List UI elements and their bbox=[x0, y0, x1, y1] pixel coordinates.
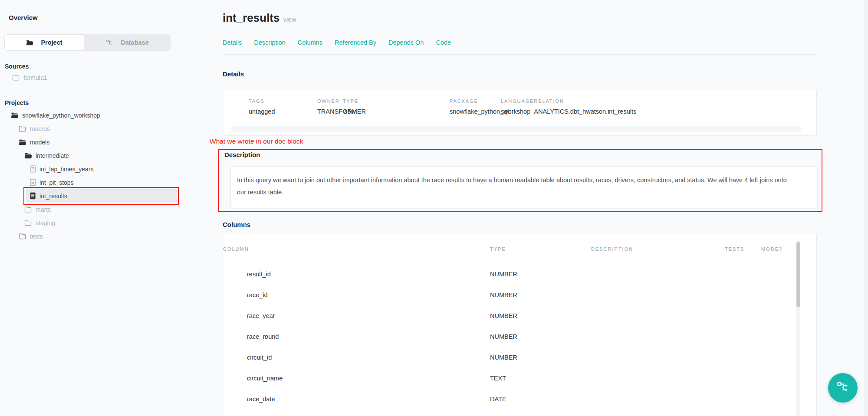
column-type-cell: NUMBER bbox=[490, 264, 591, 285]
column-name-cell: race_id bbox=[223, 285, 490, 305]
column-type-cell: DATE bbox=[490, 389, 591, 409]
column-more-cell bbox=[761, 285, 816, 305]
column-more-cell bbox=[761, 409, 816, 416]
tab-bar: Details Description Columns Referenced B… bbox=[223, 39, 451, 46]
sources-list: formula1 bbox=[4, 72, 176, 83]
column-row[interactable]: race_time TIME bbox=[223, 409, 816, 416]
tab[interactable]: Columns bbox=[298, 39, 322, 46]
folder-icon bbox=[24, 152, 32, 159]
detail-field-label: PACKAGE bbox=[450, 98, 501, 104]
tab[interactable]: Details bbox=[223, 39, 242, 46]
folder-icon bbox=[24, 206, 32, 213]
page-title: int_resultsview bbox=[223, 11, 296, 25]
database-toggle-button[interactable]: Database bbox=[84, 34, 171, 51]
tree-item-snowflake_python_workshop[interactable]: snowflake_python_workshop bbox=[4, 108, 177, 122]
column-row[interactable]: race_round NUMBER bbox=[223, 326, 816, 347]
column-tests-cell bbox=[725, 305, 761, 326]
tree-item-int_pit_stops[interactable]: int_pit_stops bbox=[4, 176, 177, 189]
tree-item-label: snowflake_python_workshop bbox=[22, 112, 100, 119]
column-header: COLUMN bbox=[223, 233, 490, 264]
source-item-label: formula1 bbox=[23, 74, 47, 81]
annotation-text: What we wrote in our doc block bbox=[210, 138, 303, 145]
tab[interactable]: Description bbox=[254, 39, 286, 46]
column-description-cell bbox=[591, 285, 725, 305]
detail-field-label: LANGUAGE bbox=[501, 98, 534, 104]
overview-heading: Overview bbox=[9, 14, 38, 21]
detail-field-value: ANALYTICS.dbt_hwatson.int_results bbox=[534, 108, 636, 115]
detail-field-label: TAGS bbox=[249, 98, 317, 104]
database-toggle-label: Database bbox=[121, 39, 148, 46]
tree-item-intermediate[interactable]: intermediate bbox=[4, 149, 177, 162]
tree-item-models[interactable]: models bbox=[4, 135, 177, 149]
column-row[interactable]: circuit_name TEXT bbox=[223, 368, 816, 389]
page-scrollbar[interactable] bbox=[865, 0, 868, 416]
project-toggle-label: Project bbox=[41, 39, 62, 46]
columns-heading: Columns bbox=[223, 221, 250, 228]
tree-item-int_lap_times_years[interactable]: int_lap_times_years bbox=[4, 162, 177, 176]
column-row[interactable]: result_id NUMBER bbox=[223, 264, 816, 285]
column-description-cell bbox=[591, 347, 725, 368]
tree-item-label: int_results bbox=[39, 193, 67, 200]
column-row[interactable]: race_id NUMBER bbox=[223, 285, 816, 305]
tree-item-label: models bbox=[30, 139, 49, 146]
file-icon bbox=[30, 179, 36, 186]
columns-table: COLUMNTYPEDESCRIPTIONTESTSMORE? result_i… bbox=[223, 233, 816, 416]
tree-item-label: marts bbox=[36, 206, 51, 213]
column-header: DESCRIPTION bbox=[591, 233, 725, 264]
column-header: TESTS bbox=[725, 233, 761, 264]
column-description-cell bbox=[591, 305, 725, 326]
detail-field: RELATION ANALYTICS.dbt_hwatson.int_resul… bbox=[534, 98, 636, 115]
column-name-cell: race_year bbox=[223, 305, 490, 326]
file-icon bbox=[30, 165, 36, 173]
tree-item-staging[interactable]: staging bbox=[4, 216, 177, 229]
column-name-cell: race_date bbox=[223, 389, 490, 409]
column-description-cell bbox=[591, 326, 725, 347]
column-description-cell bbox=[591, 389, 725, 409]
columns-scrollbar-thumb[interactable] bbox=[796, 242, 800, 307]
column-more-cell bbox=[761, 368, 816, 389]
detail-field: TYPE view bbox=[343, 98, 450, 115]
column-type-cell: NUMBER bbox=[490, 305, 591, 326]
column-row[interactable]: race_year NUMBER bbox=[223, 305, 816, 326]
lineage-graph-button[interactable] bbox=[828, 373, 858, 403]
column-row[interactable]: race_date DATE bbox=[223, 389, 816, 409]
detail-field-value: untagged bbox=[249, 108, 317, 115]
project-toggle-button[interactable]: Project bbox=[4, 34, 84, 51]
sidebar: Overview Project Database Sources bbox=[0, 0, 191, 416]
column-type-cell: NUMBER bbox=[490, 326, 591, 347]
column-tests-cell bbox=[725, 389, 761, 409]
column-description-cell bbox=[591, 264, 725, 285]
column-more-cell bbox=[761, 389, 816, 409]
projects-heading: Projects bbox=[5, 99, 29, 106]
column-tests-cell bbox=[725, 326, 761, 347]
detail-field: TAGS untagged bbox=[249, 98, 317, 115]
column-tests-cell bbox=[725, 368, 761, 389]
tab[interactable]: Depends On bbox=[388, 39, 424, 46]
tree-item-int_results[interactable]: int_results bbox=[26, 189, 177, 203]
tree-item-label: tests bbox=[30, 233, 43, 240]
folder-icon bbox=[24, 219, 32, 226]
column-tests-cell bbox=[725, 264, 761, 285]
description-card: In this query we want to join out other … bbox=[230, 166, 818, 208]
folder-icon bbox=[12, 74, 20, 81]
column-type-cell: NUMBER bbox=[490, 347, 591, 368]
tab-divider bbox=[223, 54, 817, 55]
model-type-badge: view bbox=[283, 16, 296, 23]
tab[interactable]: Referenced By bbox=[335, 39, 376, 46]
columns-scrollbar[interactable] bbox=[796, 240, 800, 416]
column-header: MORE? bbox=[761, 233, 816, 264]
folder-icon bbox=[19, 125, 26, 132]
detail-field-value: view bbox=[343, 108, 450, 115]
tab[interactable]: Code bbox=[436, 39, 451, 46]
tree-item-tests[interactable]: tests bbox=[4, 229, 177, 243]
column-more-cell bbox=[761, 264, 816, 285]
column-type-cell: TEXT bbox=[490, 368, 591, 389]
folder-icon bbox=[19, 139, 26, 145]
description-heading: Description bbox=[224, 151, 260, 158]
tree-item-marts[interactable]: marts bbox=[4, 203, 177, 216]
column-row[interactable]: circuit_id NUMBER bbox=[223, 347, 816, 368]
column-name-cell: circuit_name bbox=[223, 368, 490, 389]
folder-icon bbox=[11, 112, 18, 118]
tree-item-macros[interactable]: macros bbox=[4, 122, 177, 135]
source-item[interactable]: formula1 bbox=[4, 72, 176, 83]
